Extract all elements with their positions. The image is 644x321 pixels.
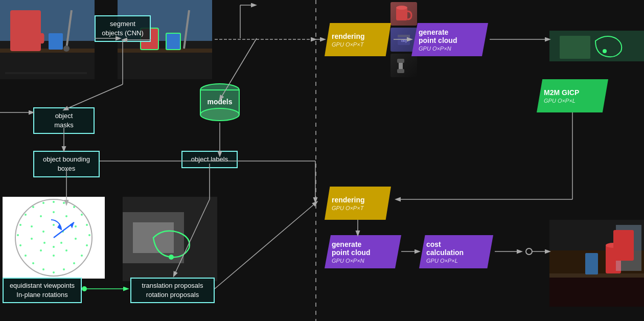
icon-mug <box>390 2 417 26</box>
svg-point-64 <box>60 242 62 244</box>
gpu-pointcloud-bot: generatepoint cloud GPU O×P×N <box>325 235 401 268</box>
svg-point-54 <box>75 225 77 227</box>
svg-rect-4 <box>23 28 41 50</box>
svg-line-90 <box>64 84 123 110</box>
rendering-bot-main: rendering <box>332 196 365 204</box>
models-box: models <box>197 82 243 123</box>
scene-left-image <box>0 0 95 79</box>
diagram: obj segment objects (CNN) objectmasks ob… <box>0 0 644 321</box>
svg-point-67 <box>42 231 44 233</box>
viewpoints-line1: equidistant viewpoints <box>8 281 77 290</box>
scene-right-image <box>549 0 644 79</box>
masks-label: objectmasks <box>54 112 74 129</box>
svg-point-50 <box>32 206 34 208</box>
svg-point-37 <box>88 234 90 236</box>
svg-point-56 <box>65 249 67 251</box>
svg-point-53 <box>65 215 67 217</box>
cnn-label: segment objects (CNN) <box>102 20 144 37</box>
svg-point-59 <box>31 238 33 240</box>
viewpoints-line2: In-plane rotations <box>8 290 77 300</box>
svg-rect-11 <box>118 41 212 79</box>
svg-point-39 <box>81 255 83 257</box>
icon-tool <box>390 54 417 77</box>
svg-point-41 <box>63 268 65 270</box>
svg-point-35 <box>81 214 83 216</box>
svg-point-58 <box>40 249 42 251</box>
labels-box: object labels <box>181 151 238 168</box>
svg-point-32 <box>53 201 55 203</box>
rendering-bot-sub: GPU O×P×T <box>332 205 363 211</box>
gpu-rendering-top: rendering GPU O×P×T <box>325 23 391 56</box>
svg-point-33 <box>63 202 65 204</box>
proposals-line2: rotation proposals <box>135 290 210 300</box>
svg-point-48 <box>19 224 21 226</box>
proposals-line1: translation proposals <box>135 281 210 290</box>
svg-point-21 <box>603 49 607 53</box>
m2m-sub: GPU O×P×L <box>544 98 576 104</box>
svg-point-46 <box>19 244 21 246</box>
svg-point-77 <box>396 6 407 10</box>
svg-point-110 <box>526 248 532 255</box>
gpu-rendering-bot: rendering GPU O×P×T <box>325 187 391 220</box>
cost-main: costcalculation <box>426 240 464 257</box>
svg-rect-29 <box>616 225 641 271</box>
svg-rect-15 <box>166 33 180 50</box>
svg-point-52 <box>53 211 55 213</box>
svg-point-61 <box>40 215 42 217</box>
svg-point-47 <box>17 234 19 236</box>
circle-viewport <box>3 197 105 279</box>
scene-br-image <box>549 220 644 307</box>
gpu-pointcloud-top: generatepoint cloud GPU O×P×N <box>411 23 488 56</box>
svg-text:models: models <box>207 98 232 106</box>
svg-point-66 <box>43 242 45 244</box>
svg-rect-3 <box>0 49 95 53</box>
svg-point-8 <box>63 45 70 52</box>
pipeline-separator <box>315 0 316 321</box>
svg-point-65 <box>53 246 55 248</box>
svg-point-27 <box>606 243 621 248</box>
svg-point-43 <box>42 268 44 270</box>
svg-point-34 <box>73 206 75 208</box>
svg-point-57 <box>53 255 55 257</box>
pointcloud-bot-sub: GPU O×P×N <box>332 258 364 264</box>
svg-point-60 <box>31 225 33 227</box>
svg-point-42 <box>53 271 55 273</box>
svg-rect-82 <box>397 59 404 63</box>
gpu-cost: costcalculation GPU O×P×L <box>419 235 493 268</box>
proposals-box: translation proposals rotation proposals <box>130 278 215 303</box>
svg-rect-24 <box>549 276 644 307</box>
svg-rect-79 <box>398 35 410 37</box>
svg-point-49 <box>25 214 27 216</box>
svg-rect-12 <box>118 49 212 53</box>
svg-point-44 <box>32 262 34 264</box>
pointcloud-bot-main: generatepoint cloud <box>332 240 370 257</box>
svg-point-75 <box>169 255 174 260</box>
svg-rect-1 <box>0 0 95 41</box>
labels-label: object labels <box>191 155 228 163</box>
svg-rect-83 <box>397 69 404 73</box>
cost-sub: GPU O×P×L <box>426 258 458 264</box>
svg-rect-2 <box>0 41 95 79</box>
svg-point-51 <box>42 202 44 204</box>
svg-rect-28 <box>585 253 598 274</box>
svg-point-45 <box>25 255 27 257</box>
pointcloud-top-sub: GPU O×P×N <box>419 45 451 52</box>
pointcloud-top-main: generatepoint cloud <box>419 28 457 44</box>
rendering-top-main: rendering <box>332 32 365 40</box>
bbox-label: object boundingboxes <box>43 155 90 172</box>
svg-rect-6 <box>49 33 63 50</box>
svg-point-101 <box>82 286 87 291</box>
bbox-box: object boundingboxes <box>33 151 100 177</box>
svg-point-40 <box>73 262 75 264</box>
rendering-top-sub: GPU O×P×T <box>332 41 363 48</box>
gpu-m2m: M2M GICP GPU O×P×L <box>537 79 608 112</box>
depth-map-image <box>123 197 217 281</box>
svg-line-102 <box>215 202 317 289</box>
svg-rect-5 <box>40 33 44 43</box>
svg-point-38 <box>86 244 88 246</box>
m2m-main: M2M GICP <box>544 88 579 97</box>
svg-point-55 <box>75 238 77 240</box>
viewpoints-box: equidistant viewpoints In-plane rotation… <box>3 278 82 303</box>
cnn-box: segment objects (CNN) <box>95 15 151 42</box>
masks-box: objectmasks <box>33 107 95 134</box>
